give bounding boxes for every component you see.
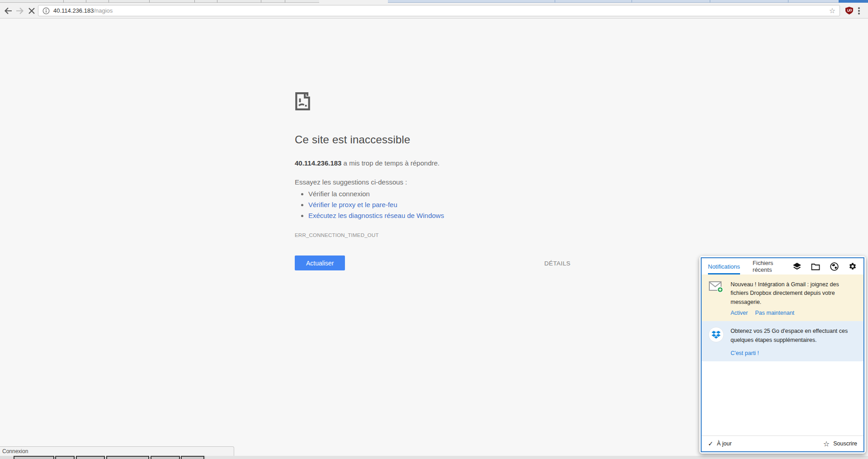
address-bar[interactable]: 40.114.236.183/nagios ☆	[38, 5, 840, 16]
sad-page-icon	[295, 92, 311, 111]
browser-menu-button[interactable]	[855, 6, 863, 15]
url-host: 40.114.236.183	[53, 7, 94, 14]
dropbox-header-icons	[793, 258, 857, 274]
folder-icon[interactable]	[811, 262, 820, 271]
bookmark-star-icon[interactable]: ☆	[829, 7, 835, 14]
gmail-envelope-icon	[708, 280, 724, 316]
notification-actions: C'est parti !	[731, 350, 857, 356]
notification-actions: Activer Pas maintenant	[731, 310, 857, 316]
suggestion-item: Exécutez les diagnostics réseau de Windo…	[308, 211, 573, 220]
dropbox-logo-icon	[708, 327, 724, 356]
error-message-rest: a mis trop de temps à répondre.	[341, 159, 439, 167]
dropbox-popup-window: Notifications Fichiers récents	[699, 256, 866, 454]
dropbox-header: Notifications Fichiers récents	[702, 258, 863, 274]
error-page: Ce site est inaccessible 40.114.236.183 …	[295, 92, 573, 238]
sync-status: ✓ À jour	[708, 440, 731, 447]
url-path: /nagios	[94, 7, 113, 14]
dropbox-stack-icon[interactable]	[793, 262, 802, 271]
stop-x-icon	[28, 7, 36, 15]
notification-text: Nouveau ! Intégration à Gmail : joignez …	[731, 280, 857, 307]
page-info-icon[interactable]	[42, 7, 50, 14]
reload-button[interactable]: Actualiser	[295, 256, 345, 270]
suggestions-intro: Essayez les suggestions ci-dessous :	[295, 178, 573, 186]
back-button[interactable]	[3, 5, 14, 16]
browser-status-bubble: Connexion	[0, 446, 234, 456]
error-message: 40.114.236.183 a mis trop de temps à rép…	[295, 159, 573, 167]
dropbox-popup-inner: Notifications Fichiers récents	[701, 257, 864, 452]
error-actions-row: Actualiser DÉTAILS	[295, 256, 573, 271]
settings-gear-icon[interactable]	[848, 262, 857, 271]
error-code: ERR_CONNECTION_TIMED_OUT	[295, 232, 573, 238]
stop-button[interactable]	[26, 5, 37, 16]
star-icon: ☆	[823, 440, 830, 448]
adblock-extension-icon[interactable]	[845, 7, 853, 16]
activate-link[interactable]: Activer	[731, 310, 748, 316]
dropbox-footer: ✓ À jour ☆ Souscrire	[702, 435, 863, 451]
suggestion-item: Vérifier le proxy et le pare-feu	[308, 200, 573, 209]
suggestion-item: Vérifier la connexion	[308, 189, 573, 198]
background-window-bottom-strip	[0, 456, 868, 459]
suggestions-list: Vérifier la connexion Vérifier le proxy …	[295, 189, 573, 220]
globe-icon[interactable]	[830, 262, 839, 271]
forward-arrow-icon	[15, 6, 25, 16]
suggestion-text: Vérifier la connexion	[308, 190, 370, 198]
tab-notifications[interactable]: Notifications	[708, 258, 740, 274]
error-title: Ce site est inaccessible	[295, 133, 573, 146]
back-arrow-icon	[3, 6, 13, 16]
network-diagnostics-link[interactable]: Exécutez les diagnostics réseau de Windo…	[308, 212, 444, 219]
subscribe-button[interactable]: ☆ Souscrire	[823, 440, 857, 448]
check-icon: ✓	[708, 440, 713, 447]
not-now-link[interactable]: Pas maintenant	[755, 310, 794, 316]
notification-text: Obtenez vos 25 Go d'espace en effectuant…	[731, 327, 857, 345]
error-host: 40.114.236.183	[295, 159, 341, 167]
proxy-firewall-link[interactable]: Vérifier le proxy et le pare-feu	[308, 201, 397, 208]
url-text[interactable]: 40.114.236.183/nagios	[53, 7, 113, 14]
subscribe-label: Souscrire	[833, 440, 857, 447]
get-started-link[interactable]: C'est parti !	[731, 350, 759, 356]
tab-recent-files[interactable]: Fichiers récents	[753, 258, 780, 274]
sync-status-label: À jour	[717, 440, 732, 447]
details-button[interactable]: DÉTAILS	[542, 260, 573, 267]
notification-gmail-integration[interactable]: Nouveau ! Intégration à Gmail : joignez …	[702, 274, 863, 321]
notifications-empty-area	[702, 361, 863, 435]
forward-button	[14, 5, 25, 16]
browser-toolbar: 40.114.236.183/nagios ☆	[0, 3, 868, 19]
notification-extra-space[interactable]: Obtenez vos 25 Go d'espace en effectuant…	[702, 321, 863, 361]
